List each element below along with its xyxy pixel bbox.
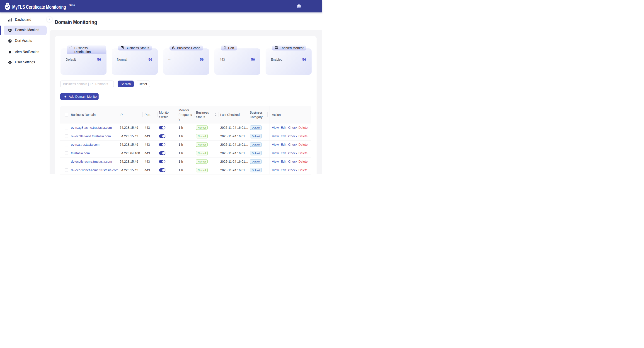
svg-text:A: A xyxy=(173,47,174,49)
